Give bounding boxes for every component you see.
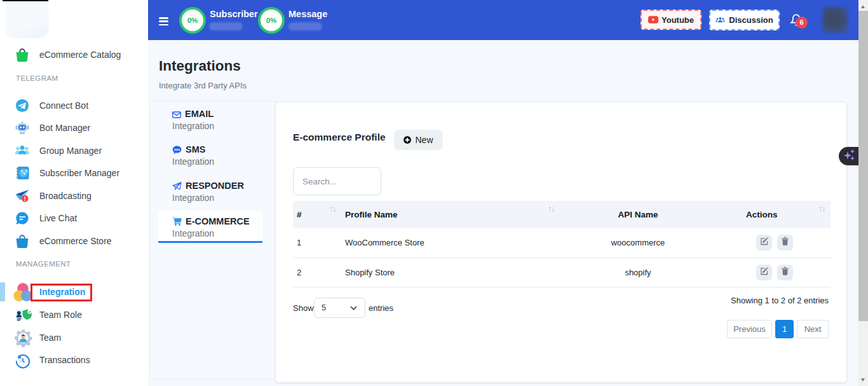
svg-text:SMS: SMS <box>174 148 180 151</box>
